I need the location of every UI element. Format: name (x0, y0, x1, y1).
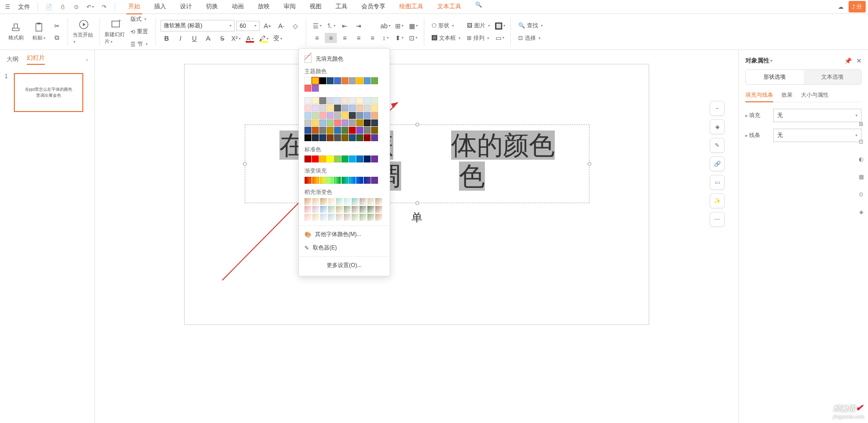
line-select[interactable]: 无▾ (773, 129, 862, 142)
color-swatch[interactable] (327, 77, 334, 84)
gradient-swatch[interactable] (349, 177, 356, 184)
shape-fill-button[interactable]: 🔲▾ (494, 21, 506, 31)
cloud-icon[interactable]: ☁ (836, 2, 846, 12)
gradient-swatch[interactable] (334, 177, 341, 184)
italic-button[interactable]: I (174, 33, 186, 44)
gradient-swatch[interactable] (328, 214, 335, 221)
align-left-button[interactable]: ≡ (311, 33, 323, 43)
color-swatch[interactable] (364, 97, 371, 104)
gradient-swatch[interactable] (341, 177, 348, 184)
color-swatch[interactable] (319, 97, 326, 104)
numbering-button[interactable]: ⒈▾ (325, 21, 337, 31)
close-icon[interactable]: ✕ (856, 57, 862, 64)
gradient-swatch[interactable] (360, 206, 366, 213)
eyedropper-button[interactable]: ✎ (710, 138, 725, 153)
color-swatch[interactable] (364, 119, 371, 126)
color-swatch[interactable] (341, 127, 348, 134)
gradient-swatch[interactable] (328, 206, 335, 213)
color-swatch[interactable] (327, 127, 334, 134)
tab-design[interactable]: 设计 (178, 0, 194, 14)
menu-icon[interactable]: ☰ (2, 2, 12, 12)
gradient-swatch[interactable] (352, 206, 359, 213)
color-swatch[interactable] (319, 77, 326, 84)
collapse-icon[interactable]: ‹ (86, 56, 88, 63)
color-swatch[interactable] (371, 127, 378, 134)
new-slide-button[interactable]: + 新建幻灯片▾ (105, 17, 127, 47)
color-swatch[interactable] (319, 105, 326, 112)
handle-right[interactable] (588, 162, 591, 166)
gradient-swatch[interactable] (375, 206, 382, 213)
copy-button[interactable]: ⧉ (51, 33, 63, 43)
align-right-button[interactable]: ≡ (339, 33, 351, 43)
effect-subtab[interactable]: 效果 (781, 91, 793, 99)
gradient-swatch[interactable] (375, 198, 382, 205)
color-swatch[interactable] (356, 97, 363, 104)
gradient-swatch[interactable] (327, 177, 334, 184)
layers-button[interactable]: ◈ (710, 119, 725, 134)
color-swatch[interactable] (341, 77, 348, 84)
gradient-swatch[interactable] (336, 214, 343, 221)
no-fill-row[interactable]: 无填充颜色 (299, 52, 390, 66)
gradient-swatch[interactable] (312, 177, 319, 184)
color-swatch[interactable] (371, 156, 378, 162)
color-swatch[interactable] (349, 97, 356, 104)
fill-select[interactable]: 无▾ (773, 109, 862, 122)
tab-insert[interactable]: 插入 (152, 0, 168, 14)
color-swatch[interactable] (341, 119, 348, 126)
tab-slideshow[interactable]: 放映 (256, 0, 272, 14)
color-swatch[interactable] (364, 156, 371, 162)
color-swatch[interactable] (356, 77, 363, 84)
print-icon[interactable]: ⎙ (57, 2, 68, 12)
align-dist-button[interactable]: ≡ (366, 33, 378, 43)
tab-text-tools[interactable]: 文本工具 (435, 0, 463, 14)
share-button[interactable]: ⤴ 分 (849, 1, 866, 12)
section-button[interactable]: ☰ 节▾ (128, 39, 151, 50)
cut-button[interactable]: ✂ (51, 21, 63, 31)
handle-bottom[interactable] (415, 201, 419, 205)
eyedropper-row[interactable]: ✎ 取色器(E) (299, 241, 390, 255)
shape-button[interactable]: ⬠ 形状▾ (429, 20, 463, 31)
outline-tab[interactable]: 大纲 (6, 55, 19, 63)
sidetool-5[interactable]: ⊙ (856, 190, 866, 199)
color-swatch[interactable] (371, 77, 378, 84)
color-swatch[interactable] (312, 112, 319, 119)
color-swatch[interactable] (312, 105, 319, 112)
sidetool-4[interactable]: ▦ (856, 172, 866, 181)
color-swatch[interactable] (334, 97, 341, 104)
gradient-swatch[interactable] (360, 198, 366, 205)
color-swatch[interactable] (341, 105, 348, 112)
select-button[interactable]: ⊡ 选择▾ (515, 33, 546, 44)
color-swatch[interactable] (312, 97, 319, 104)
gradient-swatch[interactable] (328, 198, 335, 205)
change-case-button[interactable]: 变▾ (272, 33, 284, 44)
color-swatch[interactable] (349, 77, 356, 84)
picture-button[interactable]: 🖼 图片▾ (464, 20, 493, 31)
color-swatch[interactable] (334, 77, 341, 84)
gradient-swatch[interactable] (336, 206, 343, 213)
gradient-swatch[interactable] (304, 206, 311, 213)
gradient-swatch[interactable] (352, 214, 359, 221)
text-direction-button[interactable]: ab▾ (379, 21, 391, 31)
color-swatch[interactable] (327, 97, 334, 104)
gradient-swatch[interactable] (344, 206, 351, 213)
color-swatch[interactable] (304, 134, 311, 141)
color-swatch[interactable] (334, 156, 341, 162)
handle-left[interactable] (243, 162, 247, 166)
line-spacing-button[interactable]: ↕▾ (379, 33, 391, 43)
para-spacing-button[interactable]: ⬍▾ (393, 33, 405, 43)
color-swatch[interactable] (319, 134, 326, 141)
rect-button[interactable]: ▭ (710, 175, 725, 190)
gradient-swatch[interactable] (312, 198, 319, 205)
color-swatch[interactable] (312, 134, 319, 141)
gradient-swatch[interactable] (344, 198, 351, 205)
handle-top[interactable] (415, 123, 419, 126)
color-swatch[interactable] (349, 112, 356, 119)
strikethrough2-button[interactable]: S̶ (216, 33, 228, 44)
color-swatch[interactable] (364, 134, 371, 141)
color-swatch[interactable] (371, 119, 378, 126)
gradient-swatch[interactable] (367, 206, 374, 213)
gradient-swatch[interactable] (319, 177, 326, 184)
increase-indent-button[interactable]: ⇥ (353, 21, 365, 31)
color-swatch[interactable] (364, 112, 371, 119)
slides-tab[interactable]: 幻灯片 (27, 54, 45, 65)
